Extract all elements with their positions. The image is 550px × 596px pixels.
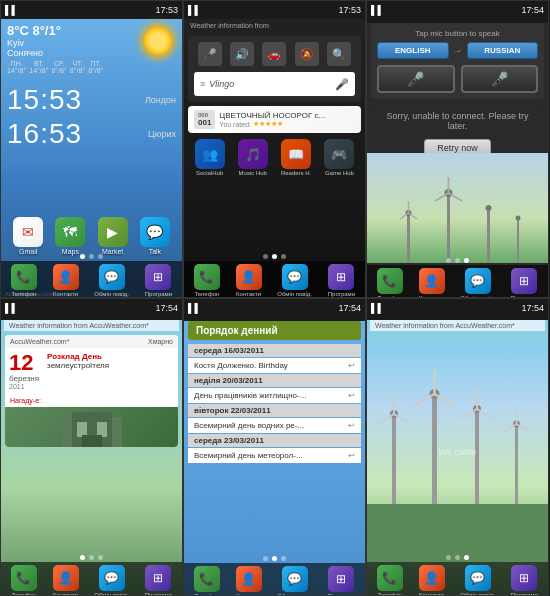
dock-sms-3[interactable]: 💬 Обмін повід. (460, 268, 495, 299)
app-gmail[interactable]: ✉ Gmail (13, 217, 43, 255)
dock-contacts-2[interactable]: 👤 Контакти (236, 264, 262, 297)
status-bar-2: ▌▌ 17:53 (184, 1, 365, 19)
we-came-text: We came (439, 447, 477, 457)
contacts-icon-4: 👤 (53, 565, 79, 591)
dock-apps-4[interactable]: ⊞ Програми (145, 565, 172, 597)
dock-contacts-5[interactable]: 👤 Контакти (236, 566, 262, 597)
readers-hub[interactable]: 📖 Readers H. (281, 139, 311, 176)
agenda-date-1: середа 16/03/2011 (188, 344, 361, 357)
dock-sms-label-4: Обмін повід. (94, 592, 129, 597)
cal-event-title: Розклад День (47, 352, 174, 361)
panel6-background: Weather information from AccuWeather.com… (367, 320, 548, 596)
sms-icon-6: 💬 (465, 565, 491, 591)
dock-sms-2[interactable]: 💬 Обмін повід. (277, 264, 312, 297)
dock-contacts-3[interactable]: 👤 Контакти (419, 268, 445, 299)
agenda-event-icon-4: ↩ (348, 451, 355, 460)
time-5: 17:54 (338, 303, 361, 313)
dock-apps-6[interactable]: ⊞ Програми (511, 565, 538, 597)
dock-sms-5[interactable]: 💬 Обмін повід. (277, 566, 312, 597)
agenda-event-3[interactable]: Всемирний день водних ре-... ↩ (188, 418, 361, 433)
svg-rect-6 (517, 218, 519, 263)
mic-button-right[interactable]: 🎤 (461, 65, 539, 93)
dock-sms-label-2: Обмін повід. (277, 291, 312, 297)
signal-icon-6: ▌▌ (371, 303, 384, 313)
social-hub[interactable]: 👥 SocialHub (195, 139, 225, 176)
dock-phone-5[interactable]: 📞 Телефон (194, 566, 220, 597)
agenda-event-1[interactable]: Костя Долженко. Birthday ↩ (188, 358, 361, 373)
time-2: 17:53 (338, 5, 361, 15)
market-icon: ▶ (98, 217, 128, 247)
contacts-icon-6: 👤 (419, 565, 445, 591)
agenda-event-4[interactable]: Всемирний день метеорол-... ↩ (188, 448, 361, 463)
speaker-icon[interactable]: 🔊 (230, 42, 254, 66)
svg-rect-0 (407, 213, 410, 263)
agenda-header: Порядок денний (188, 321, 361, 340)
dock-phone-1[interactable]: 📞 Телефон (11, 264, 37, 297)
dock-phone-2[interactable]: 📞 Телефон (194, 264, 220, 297)
dock-contacts-4[interactable]: 👤 Контакти (53, 565, 79, 597)
agenda-date-4: середа 23/03/2011 (188, 434, 361, 447)
dock-apps-5[interactable]: ⊞ Програми (328, 566, 355, 597)
cal-header: AccuWeather.com* Хмарно (5, 335, 178, 348)
dock-phone-label-6: Телефон (377, 592, 402, 597)
translator-widget: Tap mic button to speak ENGLISH → RUSSIA… (371, 23, 544, 99)
calendar-widget: AccuWeather.com* Хмарно 12 березня 2011 … (5, 335, 178, 447)
page-dots-5 (184, 556, 365, 561)
cal-header-left: AccuWeather.com* (10, 338, 69, 345)
svg-rect-35 (515, 424, 518, 504)
search-icon[interactable]: 🔍 (327, 42, 351, 66)
time-3: 17:54 (521, 5, 544, 15)
svg-line-12 (449, 193, 463, 201)
voice-search-bar[interactable]: ≡ Vlingo 🎤 (194, 72, 355, 96)
dock-sms-4[interactable]: 💬 Обмін повід. (94, 565, 129, 597)
agenda-event-2[interactable]: День працівників житлищно-... ↩ (188, 388, 361, 403)
dock-apps-2[interactable]: ⊞ Програми (328, 264, 355, 297)
phone-icon-4: 📞 (11, 565, 37, 591)
mic-button-left[interactable]: 🎤 (377, 65, 455, 93)
svg-line-34 (461, 409, 477, 419)
contacts-icon-3: 👤 (419, 268, 445, 294)
status-bar-5: ▌▌ 17:54 (184, 299, 365, 317)
cal-month-name: березня (9, 374, 39, 383)
contacts-icon-5: 👤 (236, 566, 262, 592)
app-maps[interactable]: 🗺 Maps (55, 217, 85, 255)
dock-phone-3[interactable]: 📞 Телефон (377, 268, 403, 299)
mic-icon[interactable]: 🎤 (198, 42, 222, 66)
agenda-event-icon-2: ↩ (348, 391, 355, 400)
clock-time-1: 15:53 (7, 84, 82, 116)
phone-icon-2: 📞 (194, 264, 220, 290)
dock-apps-3[interactable]: ⊞ Програми (511, 268, 538, 299)
dock-apps-1[interactable]: ⊞ Програми (145, 264, 172, 297)
dot-1-3 (98, 254, 103, 259)
page-dots-4 (1, 555, 182, 560)
music-hub[interactable]: 🎵 Music Hub (238, 139, 268, 176)
dock-contacts-6[interactable]: 👤 Контакти (419, 565, 445, 597)
page-dots-3 (367, 258, 548, 263)
time-1: 17:53 (155, 5, 178, 15)
lang-from-button[interactable]: ENGLISH (377, 42, 449, 59)
game-hub[interactable]: 🎮 Game Hub (324, 139, 354, 176)
app-market[interactable]: ▶ Market (98, 217, 128, 255)
dock-sms-1[interactable]: 💬 Обмін повід. (94, 264, 129, 297)
weather-badge-4: Weather information from AccuWeather.com… (4, 320, 179, 331)
dock-phone-6[interactable]: 📞 Телефон (377, 565, 403, 597)
sms-icon-5: 💬 (282, 566, 308, 592)
dock-sms-6[interactable]: 💬 Обмін повід. (460, 565, 495, 597)
panel-1: ▌▌ 17:53 8°C 8°/1° Kyiv Сонячно ПН.14°/8… (0, 0, 183, 298)
mute-icon[interactable]: 🔕 (295, 42, 319, 66)
sms-icon-4: 💬 (99, 565, 125, 591)
app-talk[interactable]: 💬 Talk (140, 217, 170, 255)
windmill-svg-3 (367, 153, 548, 263)
dock-apps-label-5: Програми (328, 593, 355, 597)
lang-to-button[interactable]: RUSSIAN (467, 42, 539, 59)
game-hub-label: Game Hub (325, 170, 354, 176)
error-text: Sorry, unable to connect. Please try lat… (379, 111, 536, 131)
dock-phone-4[interactable]: 📞 Телефон (11, 565, 37, 597)
svg-point-5 (486, 205, 492, 211)
agenda-event-icon-1: ↩ (348, 361, 355, 370)
dot-6-1 (446, 555, 451, 560)
dock-contacts-1[interactable]: 👤 Контакти (53, 264, 79, 297)
bottom-dock-1: 📞 Телефон 👤 Контакти 💬 Обмін повід. ⊞ Пр… (1, 261, 182, 298)
dock-apps-label-4: Програми (145, 592, 172, 597)
car-icon[interactable]: 🚗 (262, 42, 286, 66)
